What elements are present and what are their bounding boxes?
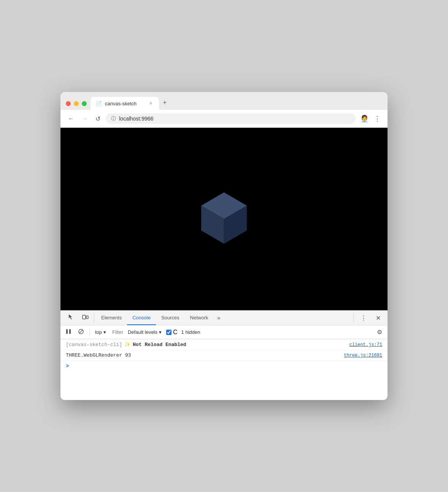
- context-selector[interactable]: top ▾: [93, 328, 108, 336]
- tab-separator-1: [94, 313, 94, 322]
- log-row-1: THREE.WebGLRenderer 93 three.js:21691: [60, 350, 388, 361]
- close-button[interactable]: [66, 101, 71, 106]
- prompt-arrow-icon: >: [66, 363, 69, 369]
- devtools-tab-bar: Elements Console Sources Network » ⋮ ✕: [60, 311, 388, 325]
- new-tab-button[interactable]: +: [159, 97, 171, 109]
- console-output: [canvas-sketch-cli] ✨ Hot Reload Enabled…: [60, 339, 388, 400]
- checkbox-label: C: [173, 329, 178, 336]
- context-chevron-icon: ▾: [103, 329, 106, 335]
- 3d-cube: [194, 185, 254, 246]
- tab-sources[interactable]: Sources: [156, 311, 185, 325]
- checkbox-area: C: [166, 329, 178, 336]
- extension-button[interactable]: 🧑‍💼: [359, 113, 370, 124]
- inspect-element-button[interactable]: [64, 311, 78, 325]
- menu-button[interactable]: ⋮: [372, 113, 382, 124]
- reload-button[interactable]: ↺: [93, 114, 103, 124]
- console-clear-button[interactable]: [76, 327, 86, 337]
- nav-bar: ← → ↺ ⓘ localhost:9966 🧑‍💼 ⋮: [60, 110, 388, 128]
- log-text-0: [canvas-sketch-cli] ✨ Hot Reload Enabled: [66, 341, 343, 348]
- window-controls: [66, 101, 87, 110]
- levels-label: Default levels: [128, 329, 157, 335]
- log-sparkle-0: ✨: [124, 341, 130, 348]
- console-toolbar: top ▾ Filter Default levels ▾ C 1 hidden…: [60, 325, 388, 339]
- log-message-0: Hot Reload Enabled: [133, 342, 186, 348]
- active-tab[interactable]: 📄 canvas-sketch ×: [91, 97, 159, 110]
- minimize-button[interactable]: [74, 101, 79, 106]
- log-text-1: THREE.WebGLRenderer 93: [66, 352, 338, 358]
- device-icon: [82, 314, 89, 321]
- cube-svg: [194, 185, 254, 253]
- filter-label: Filter: [112, 329, 123, 335]
- log-source-0[interactable]: client.js:71: [350, 342, 382, 348]
- tab-elements[interactable]: Elements: [96, 311, 127, 325]
- cursor-icon: [67, 314, 74, 321]
- forward-button[interactable]: →: [79, 114, 90, 124]
- browser-window: 📄 canvas-sketch × + ← → ↺ ⓘ localhost:99…: [60, 92, 388, 400]
- tab-title: canvas-sketch: [105, 101, 137, 106]
- log-source-1[interactable]: three.js:21691: [344, 353, 382, 358]
- title-bar: 📄 canvas-sketch × +: [60, 92, 388, 110]
- filter-area: Filter Default levels ▾ C 1 hidden: [112, 329, 372, 336]
- address-info-icon: ⓘ: [111, 115, 116, 122]
- svg-rect-6: [69, 329, 71, 334]
- console-play-button[interactable]: [64, 327, 73, 337]
- hidden-count: 1 hidden: [181, 329, 200, 335]
- toolbar-separator: [89, 329, 90, 336]
- back-button[interactable]: ←: [66, 114, 76, 124]
- devtools-panel: Elements Console Sources Network » ⋮ ✕: [60, 310, 388, 400]
- svg-line-8: [79, 330, 83, 333]
- tab-separator-2: [353, 313, 354, 322]
- console-settings-button[interactable]: ⚙: [375, 327, 384, 337]
- play-icon: [66, 329, 71, 334]
- block-icon: [78, 329, 84, 335]
- log-levels-dropdown[interactable]: Default levels ▾: [126, 329, 164, 336]
- maximize-button[interactable]: [82, 101, 87, 106]
- page-content: [60, 128, 388, 310]
- console-checkbox[interactable]: [166, 330, 172, 335]
- tab-console[interactable]: Console: [127, 311, 156, 325]
- svg-rect-5: [66, 329, 68, 334]
- log-prefix-0: [canvas-sketch-cli]: [66, 342, 122, 348]
- log-message-1: THREE.WebGLRenderer 93: [66, 352, 131, 358]
- levels-chevron-icon: ▾: [159, 329, 162, 335]
- tab-bar: 📄 canvas-sketch × +: [91, 97, 171, 110]
- tab-close-button[interactable]: ×: [148, 100, 154, 107]
- tab-page-icon: 📄: [96, 101, 102, 106]
- log-row-0: [canvas-sketch-cli] ✨ Hot Reload Enabled…: [60, 339, 388, 350]
- address-bar[interactable]: ⓘ localhost:9966: [106, 113, 356, 124]
- address-text: localhost:9966: [119, 116, 350, 122]
- tab-network[interactable]: Network: [185, 311, 214, 325]
- svg-rect-4: [86, 316, 88, 319]
- devtools-right-controls: ⋮ ✕: [352, 311, 384, 325]
- device-toolbar-button[interactable]: [78, 311, 92, 325]
- nav-right-buttons: 🧑‍💼 ⋮: [359, 113, 382, 124]
- devtools-close-button[interactable]: ✕: [372, 311, 384, 325]
- more-tabs-button[interactable]: »: [213, 312, 224, 324]
- svg-rect-3: [83, 315, 86, 319]
- context-label: top: [95, 329, 102, 335]
- console-prompt: >: [60, 361, 388, 371]
- devtools-menu-button[interactable]: ⋮: [357, 311, 370, 325]
